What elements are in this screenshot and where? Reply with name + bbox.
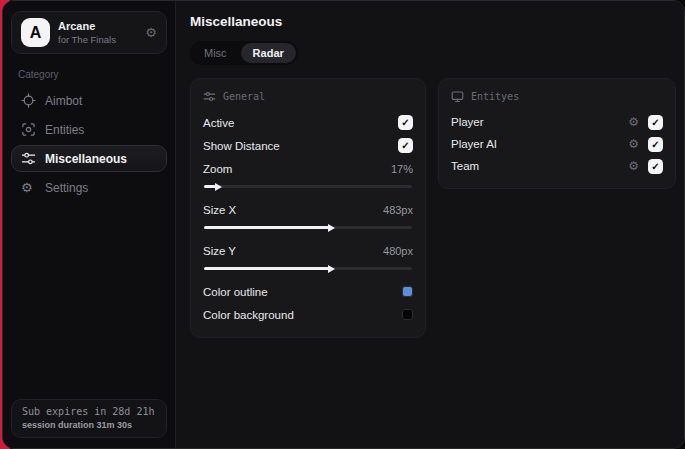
gear-icon[interactable]: ⚙ xyxy=(628,116,639,128)
entity-label: Player xyxy=(451,116,484,128)
entity-row-player-ai: Player AI ⚙ ✓ xyxy=(451,133,663,155)
size-x-slider-fill xyxy=(204,226,329,229)
zoom-value: 17% xyxy=(391,163,413,175)
sidebar-item-entities[interactable]: Entities xyxy=(11,116,167,143)
app-title-block: Arcane for The Finals xyxy=(58,20,116,45)
setting-label: Color outline xyxy=(203,286,268,298)
gear-icon[interactable]: ⚙ xyxy=(628,160,639,172)
sliders-small-icon xyxy=(203,90,216,103)
check-icon: ✓ xyxy=(651,139,659,150)
entities-panel-header: Entityes xyxy=(451,90,663,103)
setting-row-size-y: Size Y 480px xyxy=(203,239,413,262)
main-content: Miscellaneous Misc Radar General xyxy=(176,1,685,448)
screen: A Arcane for The Finals ⚙ Category Aimbo… xyxy=(0,0,685,449)
logo-card: A Arcane for The Finals ⚙ xyxy=(11,11,167,54)
entity-label: Team xyxy=(451,160,479,172)
entities-panel: Entityes Player ⚙ ✓ Player AI ⚙ ✓ xyxy=(438,78,676,189)
sidebar-item-label: Settings xyxy=(45,181,88,195)
entity-controls: ⚙ ✓ xyxy=(628,137,663,152)
entity-label: Player AI xyxy=(451,138,497,150)
panels-row: General Active ✓ Show Distance ✓ Zoom 17… xyxy=(190,78,676,338)
scan-icon xyxy=(21,122,36,137)
sidebar-item-label: Miscellaneous xyxy=(45,152,127,166)
setting-label: Size Y xyxy=(203,245,236,257)
gear-icon[interactable]: ⚙ xyxy=(628,138,639,150)
color-background-swatch[interactable] xyxy=(402,309,413,320)
size-x-value: 483px xyxy=(383,204,413,216)
setting-label: Color background xyxy=(203,309,294,321)
sidebar-item-settings[interactable]: ⚙ Settings xyxy=(11,174,167,201)
tab-misc[interactable]: Misc xyxy=(192,43,239,63)
setting-row-size-x: Size X 483px xyxy=(203,198,413,221)
page-title: Miscellaneous xyxy=(190,14,676,29)
sidebar-item-label: Entities xyxy=(45,123,84,137)
player-checkbox[interactable]: ✓ xyxy=(648,115,663,130)
gear-icon[interactable]: ⚙ xyxy=(145,26,157,39)
check-icon: ✓ xyxy=(651,117,659,128)
player-ai-checkbox[interactable]: ✓ xyxy=(648,137,663,152)
app-window: A Arcane for The Finals ⚙ Category Aimbo… xyxy=(2,0,685,449)
size-y-value: 480px xyxy=(383,245,413,257)
entity-controls: ⚙ ✓ xyxy=(628,115,663,130)
session-duration-text: session duration 31m 30s xyxy=(22,420,156,430)
entity-row-player: Player ⚙ ✓ xyxy=(451,111,663,133)
general-panel-header: General xyxy=(203,90,413,103)
sliders-icon xyxy=(21,151,36,166)
zoom-slider[interactable] xyxy=(204,185,412,188)
zoom-slider-thumb[interactable] xyxy=(215,183,222,191)
entity-row-team: Team ⚙ ✓ xyxy=(451,155,663,177)
setting-label: Size X xyxy=(203,204,236,216)
subscription-card: Sub expires in 28d 21h session duration … xyxy=(11,399,167,438)
size-y-slider-thumb[interactable] xyxy=(328,265,335,273)
check-icon: ✓ xyxy=(651,161,659,172)
tab-radar[interactable]: Radar xyxy=(241,43,296,63)
general-panel: General Active ✓ Show Distance ✓ Zoom 17… xyxy=(190,78,426,338)
entity-controls: ⚙ ✓ xyxy=(628,159,663,174)
setting-label: Show Distance xyxy=(203,140,280,152)
team-checkbox[interactable]: ✓ xyxy=(648,159,663,174)
sidebar-item-aimbot[interactable]: Aimbot xyxy=(11,87,167,114)
setting-row-active: Active ✓ xyxy=(203,111,413,134)
check-icon: ✓ xyxy=(401,117,409,128)
setting-row-zoom: Zoom 17% xyxy=(203,157,413,180)
color-outline-swatch[interactable] xyxy=(402,286,413,297)
entities-panel-title: Entityes xyxy=(471,91,519,102)
setting-row-color-background: Color background xyxy=(203,303,413,326)
size-x-slider[interactable] xyxy=(204,226,412,229)
setting-label: Active xyxy=(203,117,234,129)
category-label: Category xyxy=(18,69,160,80)
sidebar-item-miscellaneous[interactable]: Miscellaneous xyxy=(11,145,167,172)
tab-group: Misc Radar xyxy=(190,41,298,65)
show-distance-checkbox[interactable]: ✓ xyxy=(398,138,413,153)
size-y-slider[interactable] xyxy=(204,267,412,270)
setting-row-show-distance: Show Distance ✓ xyxy=(203,134,413,157)
gear-icon: ⚙ xyxy=(21,180,36,195)
size-x-slider-thumb[interactable] xyxy=(328,224,335,232)
zoom-slider-fill xyxy=(204,185,216,188)
app-subtitle: for The Finals xyxy=(58,34,116,45)
app-logo: A xyxy=(21,18,50,47)
app-name: Arcane xyxy=(58,20,116,32)
sub-expiry-text: Sub expires in 28d 21h xyxy=(22,406,156,417)
setting-row-color-outline: Color outline xyxy=(203,280,413,303)
crosshair-icon xyxy=(21,93,36,108)
check-icon: ✓ xyxy=(401,140,409,151)
sidebar-nav: Aimbot Entities xyxy=(11,87,167,201)
sidebar-item-label: Aimbot xyxy=(45,94,82,108)
setting-label: Zoom xyxy=(203,163,232,175)
monitor-icon xyxy=(451,90,464,103)
size-y-slider-fill xyxy=(204,267,329,270)
active-checkbox[interactable]: ✓ xyxy=(398,115,413,130)
sidebar: A Arcane for The Finals ⚙ Category Aimbo… xyxy=(3,1,176,448)
general-panel-title: General xyxy=(223,91,265,102)
